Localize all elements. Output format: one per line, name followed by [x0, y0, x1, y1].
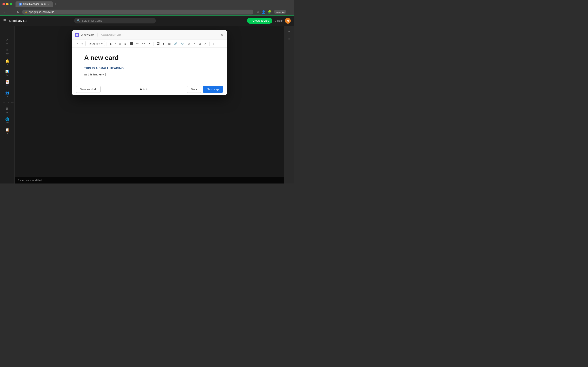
traffic-lights [2, 3, 12, 5]
editor-content[interactable]: A new card THIS IS A SMALL HEADING as th… [72, 48, 227, 83]
toolbar-separator-2 [154, 42, 154, 46]
highlight-button[interactable]: ⬛ [128, 41, 134, 46]
embed-button[interactable]: ⊡ [197, 41, 202, 46]
all-icon: ⊞ [6, 107, 9, 110]
hamburger-menu-icon[interactable]: ☰ [3, 18, 7, 23]
footer-nav-buttons: Back Next step [187, 86, 223, 93]
attachment-button[interactable]: 📎 [180, 41, 185, 46]
browser-more-button[interactable]: ⋮ [289, 2, 292, 6]
sidebar-item-home[interactable]: ⌂ Ho [0, 36, 15, 46]
next-step-button[interactable]: Next step [203, 86, 223, 93]
modal-close-button[interactable]: × [220, 32, 224, 38]
incognito-label: Incognito [276, 11, 285, 13]
media-button[interactable]: ▶ [162, 41, 166, 46]
pagination-dot-1 [140, 89, 142, 90]
close-tab-button[interactable]: × [48, 3, 49, 5]
maximize-window-button[interactable] [10, 3, 12, 5]
image-button[interactable]: 🖼 [155, 41, 161, 46]
undo-redo-group: ↩ ↪ [74, 41, 85, 46]
right-panel-icon-1[interactable]: ≡ [287, 29, 291, 35]
browser-menu-button[interactable]: ⋮ [288, 10, 292, 14]
toolbar-separator-3 [209, 42, 210, 46]
modal-autosave-text: Autosaved 3:49pm [101, 33, 121, 36]
nav-refresh-button[interactable]: ↻ [16, 10, 20, 14]
text-cursor [105, 73, 106, 76]
underline-button[interactable]: U [118, 41, 122, 46]
sidebar-item-teams[interactable]: 👥 Te [0, 89, 15, 99]
create-card-button[interactable]: + Create a Card [247, 18, 273, 24]
sidebar-item-tasks[interactable]: 🔔 Ta [0, 57, 15, 67]
nav-forward-button[interactable]: → [9, 10, 14, 14]
save-as-draft-button[interactable]: Save as draft [76, 86, 101, 93]
table-button[interactable]: ⊞ [167, 41, 172, 46]
card-paragraph[interactable]: as this isnt very l [84, 72, 215, 77]
marker-button[interactable]: ✏ [135, 41, 140, 46]
profile-icon[interactable]: 👤 [261, 10, 266, 14]
browser-tabs: G Card Manager | Guru × + [16, 1, 287, 7]
sidebar-item-analytics[interactable]: 📊 An [0, 68, 15, 78]
main-content: A new card | Autosaved 3:49pm × ↩ ↪ Para… [15, 26, 284, 184]
nav-back-button[interactable]: ← [2, 10, 7, 14]
pagination-dot-3 [146, 89, 147, 90]
export-button[interactable]: ↗ [203, 41, 208, 46]
editor-toolbar: ↩ ↪ Paragraph ▾ B I U S ⬛ ✏ [72, 40, 227, 48]
undo-button[interactable]: ↩ [74, 41, 79, 46]
bookmark-icon[interactable]: ☆ [257, 10, 259, 14]
code-button[interactable]: <> [141, 42, 146, 46]
sidebar-item-web[interactable]: 🌐 We [0, 116, 15, 125]
tab-favicon-icon: G [19, 3, 22, 6]
sidebar-item-my[interactable]: ≡ My [0, 47, 15, 57]
tasks-label: Ta [6, 63, 8, 66]
toolbar-help-button[interactable]: ? [211, 41, 215, 46]
my-label: My [6, 53, 9, 55]
close-window-button[interactable] [2, 3, 5, 5]
help-button[interactable]: ? Help [275, 19, 283, 22]
italic-button[interactable]: I [114, 41, 117, 46]
app-background: ☰ Mood Joy Ltd 🔍 Search for Cards + Crea… [0, 16, 294, 184]
search-bar: 🔍 Search for Cards [74, 18, 156, 24]
sidebar-item-menu[interactable]: ☰ [0, 29, 15, 36]
avatar[interactable]: M [285, 18, 291, 24]
modal-overlay: A new card | Autosaved 3:49pm × ↩ ↪ Para… [15, 26, 284, 184]
sidebar-item-cards[interactable]: 🃏 Ca [0, 78, 15, 88]
address-input[interactable]: 🔒 app.getguru.com/cards [22, 9, 253, 15]
browser-actions: ☆ 👤 🧩 Incognito ⋮ [257, 10, 292, 14]
modal-footer: Save as draft Back Next step [72, 83, 227, 95]
sidebar-item-templates[interactable]: 📋 Te [0, 126, 15, 136]
bold-button[interactable]: B [108, 41, 113, 46]
templates-label: Te [6, 132, 8, 134]
card-title[interactable]: A new card [84, 54, 215, 62]
all-label: Al [6, 111, 8, 113]
emoji-button[interactable]: ☺ [186, 41, 191, 46]
pagination-dot-2 [143, 89, 145, 90]
web-label: We [6, 122, 9, 124]
back-button[interactable]: Back [187, 86, 201, 93]
incognito-badge: Incognito [274, 10, 286, 14]
sidebar-item-all[interactable]: ⊞ Al [0, 105, 15, 115]
card-editor-modal: A new card | Autosaved 3:49pm × ↩ ↪ Para… [72, 30, 227, 95]
strikethrough-button[interactable]: S [123, 41, 127, 46]
link-button[interactable]: 🔗 [173, 41, 179, 46]
active-browser-tab[interactable]: G Card Manager | Guru × [16, 1, 53, 7]
card-heading[interactable]: THIS IS A SMALL HEADING [84, 67, 215, 70]
right-panel-icon-2[interactable]: ≡ [287, 36, 291, 42]
search-input-wrapper[interactable]: 🔍 Search for Cards [74, 18, 156, 24]
new-tab-button[interactable]: + [54, 2, 57, 6]
quote-button[interactable]: ❝ [192, 41, 196, 46]
address-bar-row: ← → ↻ 🔒 app.getguru.com/cards ☆ 👤 🧩 Inco… [0, 8, 294, 16]
extension-icon[interactable]: 🧩 [268, 10, 272, 14]
right-panel: ≡ ≡ [284, 26, 294, 184]
format-clear-button[interactable]: ✕ [147, 41, 152, 46]
search-icon: 🔍 [77, 19, 80, 22]
teams-icon: 👥 [5, 91, 9, 95]
analytics-label: An [6, 74, 8, 76]
paragraph-style-dropdown[interactable]: Paragraph ▾ [85, 41, 105, 46]
web-icon: 🌐 [5, 117, 9, 121]
card-type-icon [75, 33, 79, 37]
cards-label: Ca [6, 85, 9, 87]
redo-button[interactable]: ↪ [80, 41, 85, 46]
minimize-window-button[interactable] [6, 3, 9, 5]
pagination-dots [140, 89, 147, 90]
modal-header: A new card | Autosaved 3:49pm × [72, 30, 227, 40]
tab-title-label: Card Manager | Guru [23, 3, 46, 6]
